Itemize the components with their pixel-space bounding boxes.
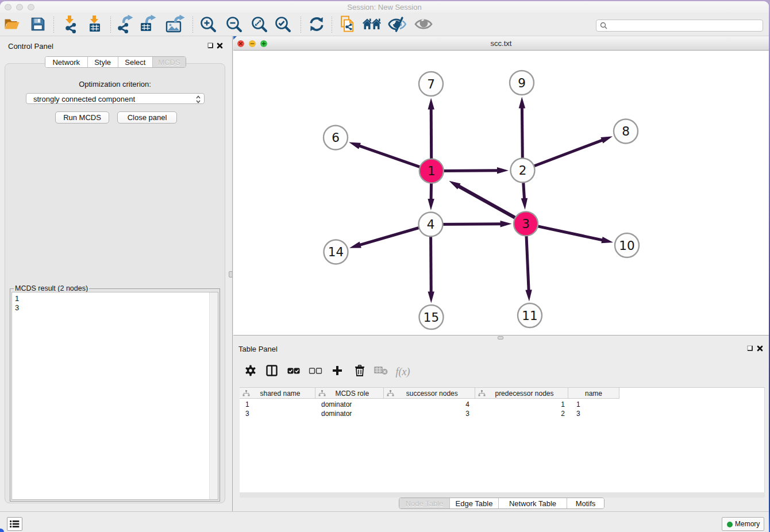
close-panel-icon[interactable] xyxy=(217,43,223,49)
graph-node-10[interactable]: 10 xyxy=(615,233,639,257)
search-input[interactable] xyxy=(610,21,760,30)
open-folder-icon[interactable] xyxy=(4,17,20,33)
graph-node-3[interactable]: 3 xyxy=(514,211,538,236)
graph-edge-1-6[interactable] xyxy=(349,142,432,171)
table-row[interactable]: 1dominator411 xyxy=(240,400,764,409)
column-header-predecessor-nodes[interactable]: predecessor nodes xyxy=(475,388,568,398)
show-eye-icon[interactable] xyxy=(414,17,433,34)
table-bottom-band xyxy=(240,492,765,498)
list-icon xyxy=(10,520,20,528)
column-header-label: predecessor nodes xyxy=(475,390,568,398)
control-tab-network[interactable]: Network xyxy=(45,57,88,67)
mcds-result-groupbox: MCDS result (2 nodes) 13 xyxy=(10,288,220,502)
mcds-result-textarea[interactable]: 13 xyxy=(11,292,218,500)
graph-node-1[interactable]: 1 xyxy=(419,159,444,183)
graph-node-7[interactable]: 7 xyxy=(419,72,443,96)
column-header-successor-nodes[interactable]: successor nodes xyxy=(384,388,476,398)
table-cell: 2 xyxy=(475,410,568,418)
graph-node-9[interactable]: 9 xyxy=(510,71,534,95)
memory-button[interactable]: Memory xyxy=(722,517,764,531)
float-panel-icon[interactable] xyxy=(207,43,213,48)
table-toolbar: f(x) xyxy=(240,360,765,383)
column-header-MCDS-role[interactable]: MCDS role xyxy=(315,388,384,398)
graph-node-8[interactable]: 8 xyxy=(614,119,638,144)
graph-edge-3-1[interactable] xyxy=(449,181,526,224)
toolbar-separator xyxy=(301,17,301,33)
import-network-icon[interactable] xyxy=(61,15,79,36)
zoom-out-icon[interactable] xyxy=(225,16,242,35)
zoom-fit-icon[interactable] xyxy=(251,16,268,35)
network-window-titlebar[interactable]: scc.txt xyxy=(233,36,769,51)
table-tab-motifs[interactable]: Motifs xyxy=(567,498,604,508)
table-tab-network-table[interactable]: Network Table xyxy=(499,498,567,508)
graph-node-label: 10 xyxy=(619,238,634,253)
toolbar-separator xyxy=(332,17,332,33)
mcds-result-line: 1 xyxy=(12,294,218,303)
control-tab-select[interactable]: Select xyxy=(118,57,153,67)
column-header-name[interactable]: name xyxy=(568,388,619,398)
export-image-icon[interactable] xyxy=(165,15,186,36)
optimization-criterion-dropdown[interactable]: strongly connected component xyxy=(26,93,205,104)
app-titlebar[interactable]: Session: New Session xyxy=(0,1,769,13)
zoom-selected-icon[interactable] xyxy=(274,16,291,35)
import-table-icon[interactable] xyxy=(86,15,104,36)
session-documents-icon[interactable] xyxy=(339,15,356,36)
zoom-in-icon[interactable] xyxy=(199,16,217,35)
close-panel-button[interactable]: Close panel xyxy=(117,111,177,124)
horizontal-splitter-grip[interactable] xyxy=(498,336,503,340)
graph-edge-2-8[interactable] xyxy=(523,136,613,170)
horizontal-splitter[interactable] xyxy=(233,335,769,341)
graph-node-2[interactable]: 2 xyxy=(511,159,535,183)
refresh-icon[interactable] xyxy=(308,16,325,35)
graph-node-11[interactable]: 11 xyxy=(518,303,542,327)
graph-edge-3-10[interactable] xyxy=(526,223,613,243)
split-columns-icon[interactable] xyxy=(266,365,278,379)
checkboxes-checked-icon[interactable] xyxy=(287,367,300,377)
column-header-label: shared name xyxy=(240,390,315,398)
gear-icon[interactable] xyxy=(245,365,256,379)
checkboxes-unchecked-icon[interactable] xyxy=(309,367,322,377)
hide-eye-icon[interactable] xyxy=(387,16,407,35)
search-box[interactable] xyxy=(596,20,763,32)
graph-node-15[interactable]: 15 xyxy=(419,305,444,329)
export-table-icon[interactable] xyxy=(140,15,159,36)
save-floppy-icon[interactable] xyxy=(30,17,45,34)
vertical-splitter-grip[interactable] xyxy=(229,271,233,277)
trash-icon[interactable] xyxy=(355,365,365,379)
graph-node-label: 6 xyxy=(332,130,340,145)
control-panel-tabs: NetworkStyleSelectMCDS xyxy=(45,56,186,68)
export-network-icon[interactable] xyxy=(117,15,136,36)
graph-node-label: 11 xyxy=(522,309,537,323)
task-history-button[interactable] xyxy=(7,517,22,531)
graph-node-label: 8 xyxy=(622,124,630,138)
result-scrollbar[interactable] xyxy=(209,292,218,499)
run-mcds-button[interactable]: Run MCDS xyxy=(55,111,109,124)
control-panel-title: Control Panel xyxy=(8,42,53,51)
desktop: Session: New Session xyxy=(0,0,770,532)
graph-node-label: 14 xyxy=(328,245,344,259)
control-tab-mcds[interactable]: MCDS xyxy=(153,57,186,67)
column-header-shared-name[interactable]: shared name xyxy=(240,388,315,398)
mcds-tab-content: Optimization criterion: strongly connect… xyxy=(5,63,225,503)
column-header-label: MCDS role xyxy=(315,390,383,398)
column-header-label: name xyxy=(568,390,619,398)
table-close-icon[interactable] xyxy=(757,345,763,352)
graph-node-label: 2 xyxy=(519,163,527,178)
table-row[interactable]: 3dominator323 xyxy=(240,409,764,418)
table-cell: dominator xyxy=(315,410,384,418)
table-tab-node-table[interactable]: Node Table xyxy=(399,498,450,508)
graph-node-label: 1 xyxy=(428,164,436,178)
control-tab-style[interactable]: Style xyxy=(88,57,118,67)
memory-status-dot xyxy=(727,522,733,527)
table-header: shared name MCDS role successor nodes pr… xyxy=(240,388,619,399)
home-network-icon[interactable] xyxy=(362,16,382,35)
add-icon[interactable] xyxy=(332,365,342,378)
graph-node-6[interactable]: 6 xyxy=(324,126,348,150)
network-canvas[interactable]: 1234678910111415 xyxy=(233,51,769,335)
table-float-icon[interactable] xyxy=(747,345,753,351)
optimization-criterion-label: Optimization criterion: xyxy=(5,80,225,88)
network-graph: 1234678910111415 xyxy=(233,51,769,335)
graph-node-14[interactable]: 14 xyxy=(324,240,348,264)
graph-node-4[interactable]: 4 xyxy=(419,213,443,237)
table-tab-edge-table[interactable]: Edge Table xyxy=(450,498,499,508)
